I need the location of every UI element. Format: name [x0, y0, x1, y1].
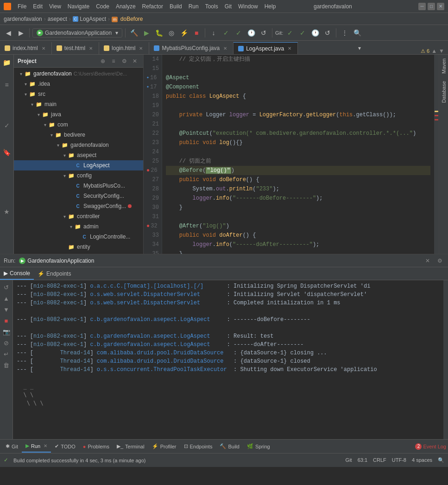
- encoding[interactable]: UTF-8: [392, 457, 406, 463]
- bottom-panel-settings[interactable]: ⚙: [435, 256, 444, 265]
- tree-item-controller[interactable]: ▾ 📁 controller: [14, 211, 143, 221]
- tab-git[interactable]: ✱ Git: [2, 441, 22, 453]
- tab-problems[interactable]: ● Problems: [79, 441, 113, 453]
- tab-test-html[interactable]: test.html ✕: [52, 42, 99, 54]
- stop-button[interactable]: ■: [191, 27, 202, 38]
- tab-profiler[interactable]: ⚡ Profiler: [148, 441, 180, 453]
- tabs-overflow-button[interactable]: ▾: [355, 42, 364, 54]
- settings-button[interactable]: ⋮: [339, 27, 350, 38]
- git-update-button[interactable]: ↓: [208, 27, 219, 38]
- tree-item-config[interactable]: ▾ 📁 config: [14, 170, 143, 181]
- tree-item-logaspect[interactable]: C LogAspect: [14, 160, 143, 170]
- bookmarks-sidebar-icon[interactable]: 🔖: [1, 146, 13, 158]
- close-button[interactable]: ✕: [437, 3, 444, 10]
- run-tab-close[interactable]: ✕: [44, 443, 47, 448]
- cursor-position[interactable]: 63:1: [358, 457, 367, 463]
- tree-item-asepect[interactable]: ▾ 📁 asepect: [14, 150, 143, 160]
- tree-item-securityconfig[interactable]: C SecurityConfig...: [14, 191, 143, 201]
- console-scrollbar[interactable]: [443, 280, 448, 439]
- menu-refactor[interactable]: Refactor: [139, 2, 166, 11]
- menu-view[interactable]: View: [46, 2, 64, 11]
- camera-button[interactable]: 📷: [1, 327, 12, 337]
- tab-log-aspect[interactable]: LogAspect.java ✕: [233, 42, 298, 54]
- editor-nav-up[interactable]: ▲: [431, 48, 437, 54]
- coverage-button[interactable]: ◎: [166, 27, 177, 38]
- maven-sidebar-label[interactable]: Maven: [440, 55, 448, 77]
- menu-code[interactable]: Code: [93, 2, 112, 11]
- tab-spring[interactable]: 🌿 Spring: [243, 441, 274, 453]
- tree-item-logincontroller[interactable]: C LoginControlle...: [14, 232, 143, 242]
- tab-close-button[interactable]: ✕: [138, 45, 144, 51]
- indent-setting[interactable]: 4 spaces: [412, 457, 432, 463]
- code-area[interactable]: 14 15 ✦16 ✦17 18 19 20 21 22 23 24 25 ●2…: [144, 55, 439, 254]
- git-time-button[interactable]: 🕐: [309, 27, 321, 38]
- tab-login-html[interactable]: login.html ✕: [99, 42, 149, 54]
- breadcrumb-item-project[interactable]: gardenofavalon: [4, 16, 42, 22]
- tree-item-com[interactable]: ▾ 📁 com: [14, 120, 143, 130]
- run-config-selector[interactable]: ▶ GardenofavalonApplication ▾: [32, 28, 122, 38]
- line-ending[interactable]: CRLF: [373, 457, 386, 463]
- structure-sidebar-icon[interactable]: ≡: [1, 79, 13, 91]
- forward-button[interactable]: ▶: [15, 27, 26, 38]
- tab-endpoints[interactable]: ⚡ Endpoints: [34, 268, 75, 280]
- menu-run[interactable]: Run: [186, 2, 202, 11]
- tree-item-src[interactable]: ▾ 📁 src: [14, 89, 143, 99]
- panel-sort-button[interactable]: ≡: [109, 57, 118, 66]
- menu-window[interactable]: Window: [235, 2, 261, 11]
- tab-mybatisplus-config[interactable]: MybatisPlusConfig.java ✕: [149, 42, 233, 54]
- debug-button[interactable]: 🐛: [153, 27, 164, 38]
- tab-close-button[interactable]: ✕: [88, 45, 94, 51]
- tree-item-entity[interactable]: 📁 entity: [14, 242, 143, 252]
- maximize-button[interactable]: □: [428, 3, 435, 10]
- tab-console[interactable]: ▶ Console: [0, 268, 34, 280]
- tab-close-button[interactable]: ✕: [222, 45, 228, 51]
- scroll-down-button[interactable]: ▼: [1, 304, 12, 315]
- event-log-button[interactable]: 2 Event Log: [415, 443, 446, 450]
- profile-button[interactable]: ⚡: [178, 27, 189, 38]
- tab-terminal[interactable]: ▶_ Terminal: [113, 441, 148, 453]
- git-commit-button[interactable]: ✓: [221, 27, 232, 38]
- tree-item-gardenofavalon2[interactable]: ▾ 📁 gardenofavalon: [14, 140, 143, 150]
- back-button[interactable]: ◀: [3, 27, 14, 38]
- menu-analyze[interactable]: Analyze: [113, 2, 139, 11]
- tab-todo[interactable]: ✔ TODO: [51, 441, 79, 453]
- tree-item-mybatisconfig[interactable]: C MybatisPlusCo...: [14, 181, 143, 191]
- favorites-sidebar-icon[interactable]: ★: [1, 206, 13, 218]
- tree-item-idea[interactable]: ▾ 📁 .idea: [14, 79, 143, 89]
- tree-item-bedivere[interactable]: ▾ 📁 bedivere: [14, 130, 143, 140]
- stop-run-button[interactable]: ■: [1, 315, 12, 326]
- menu-tools[interactable]: Tools: [202, 2, 221, 11]
- tree-item-main[interactable]: ▾ 📁 main: [14, 99, 143, 109]
- git-history-button[interactable]: 🕐: [246, 27, 257, 38]
- git-check2-button[interactable]: ✓: [297, 27, 308, 38]
- wrap-button[interactable]: ↵: [1, 349, 12, 359]
- tree-item-root[interactable]: ▾ 📁 gardenofavalon C:\Users\Bedivere\De.…: [14, 69, 143, 79]
- breadcrumb-item-package[interactable]: asepect: [48, 16, 67, 22]
- tab-build[interactable]: 🔨 Build: [216, 441, 243, 453]
- tree-item-handler[interactable]: ▾ 📁 handler: [14, 252, 143, 254]
- menu-build[interactable]: Build: [167, 2, 185, 11]
- git-check-button[interactable]: ✓: [284, 27, 296, 38]
- tree-item-admin[interactable]: ▾ 📁 admin: [14, 221, 143, 232]
- tree-item-swaggerconfig[interactable]: C SwaggerConfig...: [14, 201, 143, 211]
- menu-navigate[interactable]: Navigate: [65, 2, 92, 11]
- git-undo-button[interactable]: ↺: [322, 27, 333, 38]
- menu-file[interactable]: File: [15, 2, 29, 11]
- editor-scrollbar[interactable]: [434, 55, 439, 254]
- git-push-button[interactable]: ✓: [233, 27, 244, 38]
- breadcrumb-item-class[interactable]: C LogAspect: [73, 16, 106, 22]
- menu-edit[interactable]: Edit: [30, 2, 45, 11]
- code-content[interactable]: // 定义切面，开启主键扫描 @Aspect @Component public…: [162, 55, 434, 254]
- tab-run[interactable]: ▶ Run ✕: [22, 441, 51, 453]
- panel-gear-button[interactable]: ⚙: [120, 57, 129, 66]
- tab-close-button[interactable]: ✕: [40, 45, 47, 51]
- breadcrumb-item-method[interactable]: m doBefore: [112, 16, 143, 22]
- database-sidebar-label[interactable]: Database: [440, 77, 448, 107]
- search-button[interactable]: 🔍: [352, 27, 363, 38]
- panel-close-button[interactable]: ✕: [130, 57, 139, 66]
- clear-button[interactable]: 🗑: [1, 360, 12, 370]
- menu-git[interactable]: Git: [222, 2, 234, 11]
- tree-item-java[interactable]: ▾ 📁 java: [14, 109, 143, 120]
- menu-help[interactable]: Help: [262, 2, 279, 11]
- build-button[interactable]: 🔨: [128, 27, 139, 38]
